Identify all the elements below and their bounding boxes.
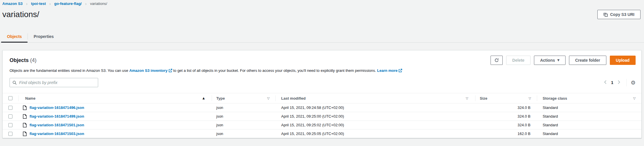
column-header-storage-class[interactable]: Storage class ▽	[537, 93, 641, 103]
tab-bar: Objects Properties	[0, 30, 644, 43]
copy-s3-uri-label: Copy S3 URI	[610, 12, 634, 17]
create-folder-button[interactable]: Create folder	[569, 56, 606, 65]
object-last-modified: April 15, 2021, 09:25:02 (UTC+02:00)	[275, 121, 475, 129]
column-header-name[interactable]: Name ▲	[18, 93, 212, 103]
object-size: 324.0 B	[475, 121, 537, 129]
controls-row: 1 ⚙	[3, 73, 641, 93]
object-size: 324.0 B	[475, 112, 537, 121]
objects-table: Name ▲ Type ▽ Last modified ▽ Size ▽ Sto…	[3, 93, 641, 138]
panel-title-text: Objects	[10, 57, 29, 63]
s3-console-page: Amazon S3 › tpoi-test › go-feature-flag/…	[0, 0, 644, 146]
object-storage-class: Standard	[537, 103, 641, 112]
inventory-link[interactable]: Amazon S3 inventory	[129, 68, 167, 73]
table-row: flag-variation-1618471501.json json Apri…	[3, 121, 641, 129]
object-type: json	[212, 121, 275, 129]
page-header: variations/ Copy S3 URI	[0, 10, 644, 19]
object-name-link[interactable]: flag-variation-1618471499.json	[30, 114, 84, 118]
tab-properties[interactable]: Properties	[28, 30, 59, 42]
object-type: json	[212, 103, 275, 112]
pagination-divider	[626, 79, 627, 86]
table-row: flag-variation-1618471496.json json Apri…	[3, 103, 641, 112]
breadcrumb-link-folder[interactable]: go-feature-flag/	[54, 1, 82, 6]
breadcrumb-separator-icon: ›	[85, 1, 87, 6]
object-size: 162.0 B	[475, 129, 537, 138]
previous-page-button[interactable]	[603, 79, 608, 86]
panel-header: Objects (4) Delete Actions ▼ Create fold…	[3, 56, 641, 65]
tab-objects[interactable]: Objects	[1, 30, 28, 42]
search-box[interactable]	[10, 78, 98, 87]
column-header-size[interactable]: Size ▽	[475, 93, 537, 103]
learn-more-link[interactable]: Learn more	[377, 68, 398, 73]
object-last-modified: April 15, 2021, 09:25:00 (UTC+02:00)	[275, 112, 475, 121]
toolbar: Delete Actions ▼ Create folder Upload	[491, 56, 636, 65]
table-row: flag-variation-1618471503.json json Apri…	[3, 129, 641, 138]
sortable-icon: ▽	[633, 97, 636, 100]
breadcrumb-link-bucket[interactable]: tpoi-test	[31, 1, 46, 6]
column-label: Size	[480, 96, 487, 101]
object-last-modified: April 15, 2021, 09:24:58 (UTC+02:00)	[275, 103, 475, 112]
column-header-type[interactable]: Type ▽	[212, 93, 275, 103]
sortable-icon: ▽	[267, 97, 270, 100]
object-size: 324.0 B	[475, 103, 537, 112]
object-storage-class: Standard	[537, 121, 641, 129]
select-all-checkbox[interactable]	[8, 96, 12, 100]
column-header-last-modified[interactable]: Last modified ▽	[275, 93, 475, 103]
column-label: Type	[216, 96, 225, 101]
tab-objects-label: Objects	[7, 34, 22, 39]
object-name-link[interactable]: flag-variation-1618471503.json	[30, 132, 84, 136]
file-icon	[23, 132, 27, 136]
table-body: flag-variation-1618471496.json json Apri…	[3, 103, 641, 138]
tab-properties-label: Properties	[34, 34, 54, 39]
row-checkbox[interactable]	[8, 106, 12, 110]
external-link-icon	[169, 69, 172, 73]
preferences-button[interactable]: ⚙	[631, 80, 636, 85]
breadcrumb-separator-icon: ›	[49, 1, 51, 6]
column-label: Name	[25, 96, 35, 101]
table-row: flag-variation-1618471499.json json Apri…	[3, 112, 641, 121]
objects-panel: Objects (4) Delete Actions ▼ Create fold…	[2, 50, 642, 138]
chevron-left-icon	[604, 80, 607, 85]
refresh-button[interactable]	[491, 56, 503, 65]
next-page-button[interactable]	[616, 79, 622, 86]
column-label: Storage class	[543, 96, 567, 101]
object-count: (4)	[30, 57, 36, 63]
search-input[interactable]	[19, 80, 95, 85]
object-storage-class: Standard	[537, 129, 641, 138]
breadcrumb-link-amazon-s3[interactable]: Amazon S3	[2, 1, 23, 6]
file-icon	[23, 105, 27, 110]
upload-button[interactable]: Upload	[610, 56, 636, 65]
file-icon	[23, 114, 27, 119]
row-checkbox[interactable]	[8, 114, 12, 118]
search-icon	[12, 81, 17, 85]
object-last-modified: April 15, 2021, 09:25:05 (UTC+02:00)	[275, 129, 475, 138]
row-checkbox[interactable]	[8, 132, 12, 136]
chevron-right-icon	[617, 80, 621, 85]
page-number[interactable]: 1	[608, 80, 616, 85]
panel-title: Objects (4)	[10, 57, 36, 63]
object-storage-class: Standard	[537, 112, 641, 121]
description-text: to get a list of all objects in your buc…	[172, 68, 377, 73]
actions-button[interactable]: Actions ▼	[534, 56, 566, 65]
actions-label: Actions	[540, 58, 555, 63]
panel-description: Objects are the fundamental entities sto…	[10, 68, 634, 73]
page-title: variations/	[2, 10, 39, 19]
pagination: 1 ⚙	[603, 79, 636, 86]
object-name-link[interactable]: flag-variation-1618471501.json	[30, 123, 84, 127]
delete-button[interactable]: Delete	[506, 56, 530, 65]
description-text: Objects are the fundamental entities sto…	[10, 68, 129, 73]
copy-icon	[603, 12, 608, 17]
external-link-icon	[398, 69, 402, 73]
table-header-row: Name ▲ Type ▽ Last modified ▽ Size ▽ Sto…	[3, 93, 641, 103]
refresh-icon	[494, 58, 499, 63]
file-icon	[23, 123, 27, 127]
object-type: json	[212, 129, 275, 138]
object-name-link[interactable]: flag-variation-1618471496.json	[30, 105, 84, 110]
gear-icon: ⚙	[631, 79, 636, 86]
column-label: Last modified	[281, 96, 306, 101]
breadcrumb-current: variations/	[90, 1, 107, 6]
sortable-icon: ▽	[529, 97, 531, 100]
caret-down-icon: ▼	[557, 59, 559, 62]
object-type: json	[212, 112, 275, 121]
copy-s3-uri-button[interactable]: Copy S3 URI	[597, 10, 641, 19]
row-checkbox[interactable]	[8, 123, 12, 127]
